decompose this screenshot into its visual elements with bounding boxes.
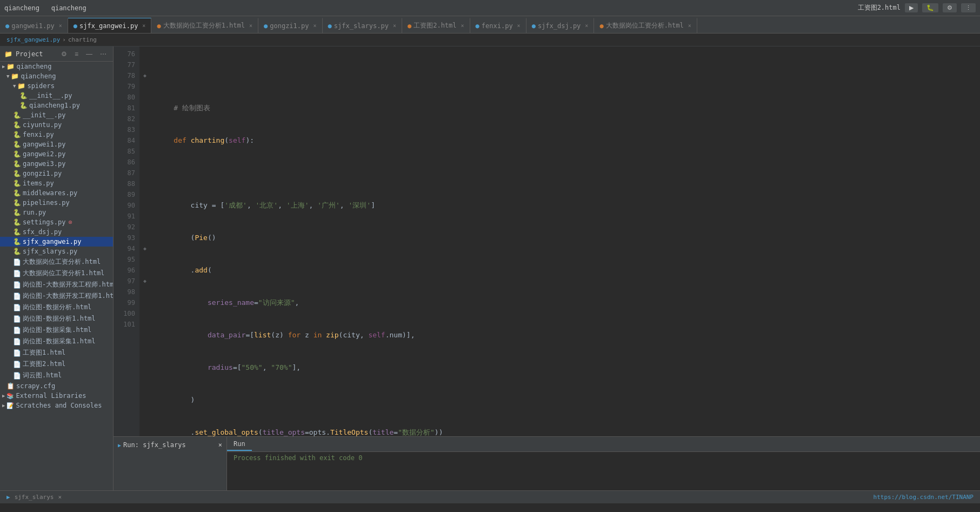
close-icon[interactable]: × [461, 23, 464, 29]
tree-item-gwt-dsjfzgc师[interactable]: 📄 岗位图-大数据开发工程师.html [0, 279, 113, 290]
tree-item-items[interactable]: 🐍 items.py [0, 178, 113, 188]
run-output-text: Process finished with exit code 0 [234, 454, 362, 462]
tree-item-gwt-sjcj[interactable]: 📄 岗位图-数据采集.html [0, 324, 113, 336]
tree-item-label: spiders [27, 82, 55, 90]
tree-item-label: gangwei1.py [23, 141, 65, 148]
code-line-81: (Pie() [157, 232, 980, 243]
more-icon[interactable]: ⋯ [98, 49, 109, 59]
tab-fenxi[interactable]: ● fenxi.py × [470, 18, 526, 33]
tree-item-sjfx-dsj[interactable]: 🐍 sfx_dsj.py [0, 227, 113, 237]
tree-item-qiancheng[interactable]: ▼ 📁 qiancheng [0, 71, 113, 81]
tree-item-gwt-dsjfzgc师1[interactable]: 📄 岗位图-大数据开发工程师1.html [0, 290, 113, 302]
close-icon[interactable]: × [517, 23, 521, 29]
line-num-100: 100 [114, 308, 139, 319]
tree-item-sjfx-slarys[interactable]: 🐍 sjfx_slarys.py [0, 247, 113, 256]
line-num-96: 96 [114, 265, 139, 276]
tree-item-run[interactable]: 🐍 run.py [0, 208, 113, 217]
code-line-87: .set_global_opts(title_opts=opts.TitleOp… [157, 427, 980, 436]
tree-item-fenxi[interactable]: 🐍 fenxi.py [0, 130, 113, 139]
tree-item-external-libs[interactable]: ▶ 📚 External Libraries [0, 391, 113, 401]
tree-item-gangwei2[interactable]: 🐍 gangwei2.py [0, 149, 113, 159]
sidebar: 📁 Project ⚙ ≡ — ⋯ ▶ 📁 qiancheng ▼ 📁 qian… [0, 46, 114, 490]
tab-label: sjfx_gangwei.py [79, 22, 138, 30]
tab-gongzi1[interactable]: ● gongzi1.py × [258, 18, 323, 33]
tree-item-label: items.py [23, 179, 54, 187]
run-output: Process finished with exit code 0 [227, 452, 980, 490]
tree-item-gwt-sjcj1[interactable]: 📄 岗位图-数据采集1.html [0, 336, 113, 347]
close-icon[interactable]: × [249, 23, 252, 29]
tree-item-label: 岗位图-数据分析.html [23, 303, 91, 312]
tree-item-label: 大数据岗位工资分析1.html [23, 269, 104, 278]
project-name: qiancheng qiancheng [4, 4, 86, 12]
tree-item-label: gangwei2.py [23, 150, 65, 158]
tree-item-label: __init__.py [29, 92, 72, 99]
code-editor[interactable]: 76 77 78 79 80 81 82 83 84 85 86 87 88 8… [114, 46, 980, 436]
sort-icon[interactable]: ≡ [72, 49, 81, 59]
tree-item-scratches[interactable]: ▶ 📝 Scratches and Consoles [0, 401, 113, 410]
tab-sjfx-slarys[interactable]: ● sjfx_slarys.py × [323, 18, 402, 33]
tree-item-cyyt[interactable]: 📄 词云图.html [0, 370, 113, 381]
tree-item-middlewares[interactable]: 🐍 middlewares.py [0, 188, 113, 198]
close-icon[interactable]: × [59, 23, 62, 29]
tree-item-label: sjfx_gangwei.py [23, 238, 81, 245]
tree-item-init1[interactable]: 🐍 __init__.py [0, 91, 113, 101]
line-num-92: 92 [114, 222, 139, 232]
tree-item-gangwei1[interactable]: 🐍 gangwei1.py [0, 139, 113, 149]
line-num-78: 78 [114, 70, 139, 81]
tree-item-gwt-sj1[interactable]: 📄 岗位图-数据分析1.html [0, 313, 113, 324]
tree-item-scrapy-cfg[interactable]: 📋 scrapy.cfg [0, 381, 113, 391]
more-button[interactable]: ⋮ [961, 3, 976, 12]
line-num-79: 79 [114, 81, 139, 92]
tree-item-html-analysis1[interactable]: 📄 大数据岗位工资分析1.html [0, 268, 113, 279]
hide-icon[interactable]: — [84, 49, 95, 59]
project-label: Project [16, 50, 43, 58]
tree-item-gzt2[interactable]: 📄 工资图2.html [0, 358, 113, 370]
py-icon: ● [74, 22, 77, 30]
tree-item-label: External Libraries [16, 392, 86, 400]
code-content[interactable]: # 绘制图表 def charting(self): city = ['成都',… [150, 46, 980, 436]
close-icon[interactable]: × [142, 23, 145, 29]
settings-icon[interactable]: ⚙ [943, 3, 957, 12]
close-icon[interactable]: × [585, 23, 588, 29]
tab-dsj-analysis1[interactable]: ● 大数据岗位工资分析1.html × [151, 18, 258, 33]
run-button[interactable]: ▶ [905, 3, 918, 12]
tree-item-qiancheng1[interactable]: 🐍 qiancheng1.py [0, 101, 113, 110]
tree-item-gwt-sj[interactable]: 📄 岗位图-数据分析.html [0, 302, 113, 313]
tree-item-pipelines[interactable]: 🐍 pipelines.py [0, 198, 113, 208]
close-icon[interactable]: × [688, 23, 691, 29]
tree-item-sjfx-gangwei[interactable]: 🐍 sjfx_gangwei.py [0, 237, 113, 247]
run-tab-run[interactable]: Run [227, 438, 252, 451]
tree-item-init2[interactable]: 🐍 __init__.py [0, 110, 113, 120]
tree-item-label: 大数据岗位工资分析.html [23, 257, 101, 267]
debug-button[interactable]: 🐛 [922, 3, 938, 12]
code-line-79 [157, 168, 980, 178]
tree-item-gzt1[interactable]: 📄 工资图1.html [0, 347, 113, 358]
tab-sjfx-gangwei[interactable]: ● sjfx_gangwei.py × [68, 18, 152, 33]
tab-gangwei1[interactable]: ● gangwei1.py × [0, 18, 68, 33]
close-icon[interactable]: × [393, 23, 396, 29]
tree-item-html-analysis[interactable]: 📄 大数据岗位工资分析.html [0, 256, 113, 268]
settings-gear-icon[interactable]: ⚙ [59, 49, 69, 59]
tree-item-label: __init__.py [23, 111, 65, 119]
tab-gongzi2[interactable]: ● 工资图2.html × [402, 18, 470, 33]
tab-dsj-analysis[interactable]: ● 大数据岗位工资分析.html × [594, 18, 697, 33]
close-icon[interactable]: × [314, 23, 317, 29]
code-line-85: radius=["50%", "70%"], [157, 362, 980, 373]
run-close-icon[interactable]: × [218, 441, 222, 449]
tree-item-root[interactable]: ▶ 📁 qiancheng [0, 62, 113, 71]
tree-item-spiders[interactable]: ▼ 📁 spiders [0, 81, 113, 91]
tree-item-label: gongzi1.py [23, 170, 62, 177]
code-line-83: series_name="访问来源", [157, 297, 980, 308]
tree-item-settings[interactable]: 🐍 settings.py ⊗ [0, 217, 113, 227]
line-num-101: 101 [114, 319, 139, 330]
tab-sjfx-dsj[interactable]: ● sjfx_dsj.py × [526, 18, 595, 33]
close-run-icon[interactable]: × [58, 494, 62, 501]
tree-item-gongzi1[interactable]: 🐍 gongzi1.py [0, 169, 113, 178]
line-num-97: 97 [114, 276, 139, 287]
run-tab-item[interactable]: ▶ Run: sjfx_slarys × [116, 439, 224, 451]
tree-item-ciyuntu[interactable]: 🐍 ciyuntu.py [0, 120, 113, 130]
tab-label: sjfx_dsj.py [538, 22, 581, 30]
tree-item-label: run.py [23, 209, 46, 216]
tree-item-gangwei3[interactable]: 🐍 gangwei3.py [0, 159, 113, 169]
tab-label: gangwei1.py [11, 22, 54, 30]
